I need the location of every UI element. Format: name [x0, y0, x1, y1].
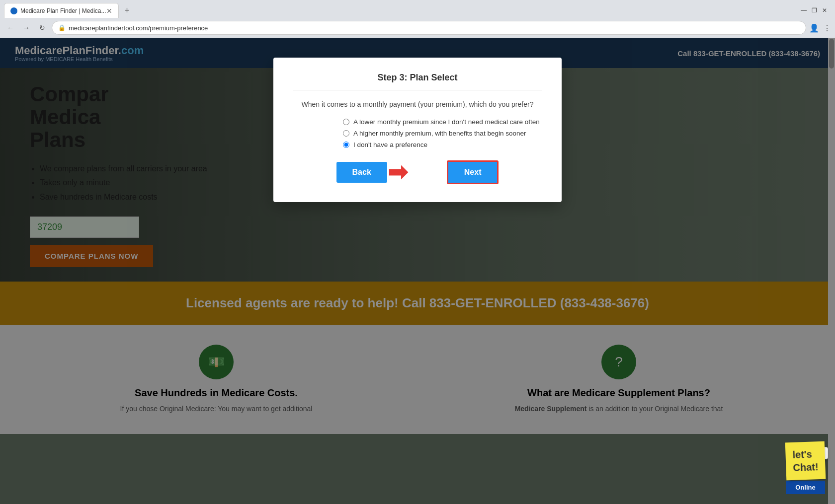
- option-2-label[interactable]: A higher monthly premium, with benefits …: [343, 130, 542, 137]
- option-2-radio[interactable]: [343, 130, 349, 137]
- option-1-label[interactable]: A lower monthly premium since I don't ne…: [343, 118, 542, 126]
- option-3-label[interactable]: I don't have a preference: [343, 141, 542, 148]
- chat-text-line2: Chat!: [793, 461, 819, 473]
- toolbar-icons: 👤 ⋮: [809, 23, 831, 33]
- option-1-text: A lower monthly premium since I don't ne…: [353, 118, 540, 126]
- address-bar[interactable]: 🔒 medicareplanfindertool.com/premium-pre…: [52, 21, 806, 35]
- menu-icon[interactable]: ⋮: [823, 23, 831, 33]
- tab-bar: Medicare Plan Finder | Medica... ✕ + — ❐…: [0, 0, 835, 18]
- option-2-text: A higher monthly premium, with benefits …: [353, 130, 526, 137]
- chat-text-line1: let's: [792, 449, 812, 460]
- modal-dialog: Step 3: Plan Select When it comes to a m…: [273, 58, 562, 202]
- window-controls: — ❐ ✕: [801, 7, 831, 14]
- option-1-radio[interactable]: [343, 119, 349, 125]
- modal-buttons: Back ➡ Next: [293, 160, 542, 184]
- minimize-button[interactable]: —: [801, 7, 807, 14]
- chat-sticky-note[interactable]: let's Chat!: [785, 441, 826, 481]
- profile-icon[interactable]: 👤: [809, 23, 819, 33]
- close-button[interactable]: ✕: [822, 7, 827, 14]
- refresh-button[interactable]: ↻: [36, 21, 49, 34]
- radio-options: A lower monthly premium since I don't ne…: [293, 118, 542, 148]
- browser-chrome: Medicare Plan Finder | Medica... ✕ + — ❐…: [0, 0, 835, 38]
- active-tab[interactable]: Medicare Plan Finder | Medica... ✕: [4, 3, 119, 18]
- modal-title: Step 3: Plan Select: [293, 72, 542, 90]
- address-bar-row: ← → ↻ 🔒 medicareplanfindertool.com/premi…: [0, 18, 835, 38]
- chat-online-label[interactable]: Online: [786, 481, 825, 494]
- new-tab-button[interactable]: +: [121, 4, 134, 17]
- chat-widget[interactable]: let's Chat! Online: [786, 442, 825, 494]
- modal-question: When it comes to a monthly payment (your…: [293, 100, 542, 108]
- arrow-annotation: ➡: [388, 160, 408, 184]
- tab-favicon: [10, 7, 17, 14]
- back-button[interactable]: ←: [4, 21, 17, 34]
- url-text: medicareplanfindertool.com/premium-prefe…: [69, 24, 208, 32]
- back-button[interactable]: Back: [336, 162, 387, 183]
- tab-close-button[interactable]: ✕: [106, 7, 112, 15]
- tab-title: Medicare Plan Finder | Medica...: [20, 7, 106, 14]
- restore-button[interactable]: ❐: [812, 7, 817, 14]
- forward-button[interactable]: →: [20, 21, 33, 34]
- option-3-radio[interactable]: [343, 142, 349, 148]
- next-button[interactable]: Next: [447, 160, 499, 184]
- option-3-text: I don't have a preference: [353, 141, 427, 148]
- lock-icon: 🔒: [58, 24, 66, 31]
- modal-overlay: Step 3: Plan Select When it comes to a m…: [0, 38, 835, 504]
